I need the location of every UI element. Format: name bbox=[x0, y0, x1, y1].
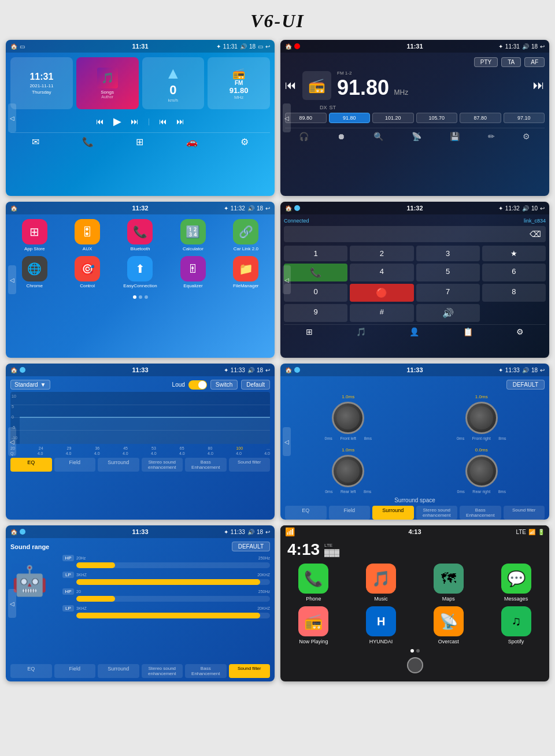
dialer-keypad-icon[interactable]: ⊞ bbox=[306, 327, 313, 336]
radio-ctrl-headphone[interactable]: 🎧 bbox=[299, 132, 309, 141]
carplay-home-button[interactable] bbox=[407, 657, 423, 673]
cp-app-maps[interactable]: 🗺 Maps bbox=[418, 564, 480, 602]
nav-side-left-7[interactable]: ◁ bbox=[8, 589, 16, 618]
back-icon-1[interactable]: ↩ bbox=[265, 43, 270, 50]
knob-fl[interactable] bbox=[332, 402, 364, 434]
sr-hp2-slider[interactable] bbox=[76, 596, 270, 602]
dialer-settings-icon[interactable]: ⚙ bbox=[516, 327, 524, 336]
knob-rr[interactable] bbox=[465, 455, 498, 487]
af-btn[interactable]: AF bbox=[524, 57, 545, 67]
knob-fr[interactable] bbox=[465, 402, 498, 434]
vol-btn[interactable]: 🔊 bbox=[416, 304, 480, 322]
message-icon[interactable]: ✉ bbox=[32, 136, 39, 147]
radio-next-btn[interactable]: ⏭ bbox=[533, 79, 545, 92]
eq-tab-stereo[interactable]: Stereo sound enhancement bbox=[142, 458, 183, 472]
key-0[interactable]: 0 bbox=[284, 284, 347, 302]
key-9[interactable]: 9 bbox=[284, 304, 347, 322]
cp-app-hyundai[interactable]: H HYUNDAI bbox=[350, 606, 412, 644]
sr-lp2-slider[interactable] bbox=[76, 613, 270, 618]
app-appstore[interactable]: ⊞ App Store bbox=[10, 219, 58, 251]
sr-tab-bass[interactable]: Bass Enhancement bbox=[185, 664, 227, 678]
key-8[interactable]: 8 bbox=[482, 284, 546, 302]
fm-next-btn[interactable]: ⏭ bbox=[176, 117, 184, 126]
dialer-calls-icon[interactable]: 📋 bbox=[463, 327, 473, 336]
key-1[interactable]: 1 bbox=[284, 246, 347, 261]
dialer-input[interactable]: ⌫ bbox=[284, 226, 546, 242]
preset-4[interactable]: 105.70 bbox=[416, 113, 458, 123]
back-7[interactable]: ↩ bbox=[265, 529, 270, 535]
eq-tab-field[interactable]: Field bbox=[54, 458, 96, 472]
key-2[interactable]: 2 bbox=[350, 246, 413, 261]
sr-tab-eq[interactable]: EQ bbox=[10, 664, 52, 678]
nav-side-left-5[interactable]: ◁ bbox=[8, 427, 16, 456]
eq-mode-select[interactable]: Standard ▼ bbox=[10, 380, 50, 390]
eq-tab-eq[interactable]: EQ bbox=[10, 458, 52, 472]
key-6[interactable]: 6 bbox=[482, 264, 546, 281]
settings-icon[interactable]: ⚙ bbox=[240, 136, 249, 147]
eq-tab-filter[interactable]: Sound filter bbox=[229, 458, 271, 472]
back-icon-2[interactable]: ↩ bbox=[540, 43, 545, 50]
preset-2[interactable]: 91.80 bbox=[329, 113, 371, 123]
nav-side-left-4[interactable]: ◁ bbox=[283, 265, 291, 294]
app-aux[interactable]: 🎛 AUX bbox=[63, 219, 111, 251]
radio-prev-btn[interactable]: ⏮ bbox=[285, 79, 297, 92]
surround-tab-filter[interactable]: Sound filter bbox=[504, 506, 545, 520]
back-3[interactable]: ↩ bbox=[265, 205, 270, 212]
radio-ctrl-settings[interactable]: ⚙ bbox=[523, 132, 530, 141]
end-btn[interactable]: 🔴 bbox=[350, 284, 413, 302]
phone-icon[interactable]: 📞 bbox=[82, 136, 94, 147]
key-3[interactable]: 3 bbox=[416, 246, 480, 261]
music-widget[interactable]: 🎵 Songs Author bbox=[76, 57, 139, 109]
surround-tab-bass[interactable]: Bass Enhancement bbox=[460, 506, 501, 520]
dialer-contacts-icon[interactable]: 👤 bbox=[409, 327, 419, 336]
app-equalizer[interactable]: 🎚 Equalizer bbox=[169, 256, 217, 288]
eq-tab-surround[interactable]: Surround bbox=[98, 458, 139, 472]
eq-switch-btn[interactable]: Switch bbox=[210, 380, 238, 390]
app-bluetooth[interactable]: 📞 Bluetooth bbox=[116, 219, 164, 251]
radio-ctrl-toggle[interactable]: ⏺ bbox=[337, 132, 345, 141]
cp-app-music[interactable]: 🎵 Music bbox=[350, 564, 412, 602]
radio-ctrl-signal[interactable]: 📡 bbox=[412, 132, 421, 141]
cp-app-overcast[interactable]: 📡 Overcast bbox=[418, 606, 480, 644]
eq-default-btn[interactable]: Default bbox=[241, 380, 270, 390]
sr-tab-surround[interactable]: Surround bbox=[98, 664, 139, 678]
back-5[interactable]: ↩ bbox=[265, 367, 270, 373]
surround-default-btn[interactable]: DEFAULT bbox=[506, 380, 545, 390]
surround-tab-eq[interactable]: EQ bbox=[285, 506, 327, 520]
radio-ctrl-save[interactable]: 💾 bbox=[450, 132, 460, 141]
key-hash[interactable]: # bbox=[350, 304, 413, 322]
dialer-music-icon[interactable]: 🎵 bbox=[356, 327, 366, 336]
sr-lp-slider[interactable] bbox=[76, 579, 270, 585]
nav-side-left-1[interactable]: ◁ bbox=[8, 103, 16, 132]
nav-side-left-2[interactable]: ◁ bbox=[283, 103, 291, 132]
sr-tab-filter[interactable]: Sound filter bbox=[229, 664, 271, 678]
surround-tab-surround[interactable]: Surround bbox=[372, 506, 414, 520]
key-5[interactable]: 5 bbox=[416, 264, 480, 281]
key-7[interactable]: 7 bbox=[416, 284, 480, 302]
cp-app-spotify[interactable]: ♫ Spotify bbox=[485, 606, 547, 644]
backspace-btn[interactable]: ⌫ bbox=[530, 229, 541, 239]
prev-track-btn[interactable]: ⏮ bbox=[96, 117, 104, 126]
sr-hp-slider[interactable] bbox=[76, 562, 270, 568]
sr-tab-stereo[interactable]: Stereo sound enhancement bbox=[142, 664, 183, 678]
nav-side-left-6[interactable]: ◁ bbox=[283, 427, 291, 456]
call-btn[interactable]: 📞 bbox=[284, 264, 347, 281]
preset-5[interactable]: 87.80 bbox=[460, 113, 501, 123]
app-chrome[interactable]: 🌐 Chrome bbox=[10, 256, 58, 288]
knob-rl[interactable] bbox=[332, 455, 364, 487]
car-icon[interactable]: 🚗 bbox=[186, 136, 198, 147]
eq-loud-toggle[interactable] bbox=[188, 380, 207, 390]
cp-app-messages[interactable]: 💬 Messages bbox=[485, 564, 547, 602]
radio-ctrl-edit[interactable]: ✏ bbox=[488, 132, 495, 141]
cp-app-nowplaying[interactable]: 📻 Now Playing bbox=[283, 606, 345, 644]
preset-3[interactable]: 101.20 bbox=[372, 113, 414, 123]
app-control[interactable]: 🎯 Control bbox=[63, 256, 111, 288]
key-star[interactable]: ★ bbox=[482, 246, 546, 261]
nav-widget[interactable]: ▲ 0 km/h bbox=[142, 57, 205, 109]
preset-6[interactable]: 97.10 bbox=[504, 113, 545, 123]
next-track-btn[interactable]: ⏭ bbox=[131, 117, 139, 126]
back-6[interactable]: ↩ bbox=[540, 367, 545, 373]
fm-prev-btn[interactable]: ⏮ bbox=[159, 117, 167, 126]
sr-tab-field[interactable]: Field bbox=[54, 664, 96, 678]
key-4[interactable]: 4 bbox=[350, 264, 413, 281]
